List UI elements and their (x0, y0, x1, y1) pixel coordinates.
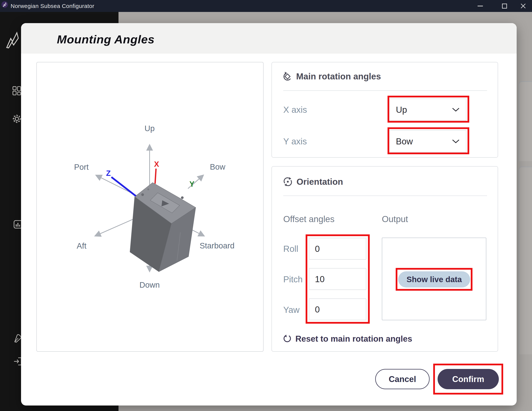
aft-arrow (95, 219, 133, 236)
sidebar-logo-icon[interactable] (6, 31, 20, 49)
reset-to-main-rotation-link[interactable]: Reset to main rotation angles (283, 335, 412, 343)
main-rotation-title: Main rotation angles (296, 71, 381, 82)
yaw-input[interactable] (309, 299, 366, 320)
sidebar-item-dashboard[interactable] (12, 86, 21, 95)
rotate-diamond-icon (283, 71, 292, 81)
device-z-axis (112, 177, 136, 196)
roll-label: Roll (283, 244, 298, 254)
cancel-button[interactable]: Cancel (375, 369, 430, 389)
label-bow: Bow (210, 162, 225, 171)
sidebar-item-settings[interactable] (12, 114, 22, 123)
close-button[interactable] (514, 0, 532, 12)
app-title: Norwegian Subsea Configurator (11, 0, 94, 12)
label-port: Port (74, 163, 89, 171)
reset-label: Reset to main rotation angles (295, 334, 412, 344)
background-panel-edge (519, 167, 532, 354)
x-axis-dropdown[interactable]: Up (389, 99, 466, 121)
dashboard-grid-icon (13, 87, 16, 90)
show-live-data-button[interactable]: Show live data (398, 271, 470, 288)
dialog-title: Mounting Angles (57, 23, 155, 54)
mru-device-model (130, 182, 196, 271)
label-starboard: Starboard (200, 241, 235, 250)
confirm-button[interactable]: Confirm (437, 369, 499, 389)
label-up: Up (144, 124, 154, 133)
logout-icon (14, 357, 22, 366)
label-down: Down (140, 280, 160, 289)
device-x-axis (155, 169, 156, 184)
chevron-down-icon (452, 139, 460, 143)
background-panel-edge (519, 82, 532, 161)
y-axis-value: Bow (396, 136, 413, 147)
titlebar: Norwegian Subsea Configurator (0, 0, 532, 12)
label-axis-z: Z (106, 169, 111, 177)
orientation-sync-icon (283, 177, 293, 187)
maximize-button[interactable] (496, 0, 513, 12)
reset-arrow-icon (283, 335, 291, 343)
sidebar-item-calibration[interactable] (14, 334, 22, 343)
app-logo-icon (1, 1, 8, 8)
x-axis-label: X axis (283, 105, 307, 115)
roll-input[interactable] (309, 238, 366, 260)
divider (283, 90, 487, 91)
sidebar-item-exit[interactable] (14, 357, 22, 366)
pitch-label: Pitch (283, 274, 303, 284)
mounting-angles-dialog: Mounting Angles (21, 23, 517, 405)
dialog-header: Mounting Angles (21, 23, 517, 54)
gear-icon (12, 114, 22, 123)
y-axis-dropdown[interactable]: Bow (389, 130, 466, 152)
yaw-label: Yaw (283, 305, 300, 315)
label-axis-x: X (154, 160, 159, 168)
output-label: Output (382, 214, 408, 224)
orientation-3d-viewport[interactable]: Up Port Bow Aft Starboard Down X Y Z (36, 62, 264, 352)
divider (283, 196, 487, 196)
y-axis-label: Y axis (283, 136, 307, 147)
x-axis-value: Up (396, 105, 407, 115)
minimize-button[interactable] (471, 0, 489, 12)
main-rotation-panel: Main rotation angles X axis Up Y axis Bo… (272, 62, 498, 158)
label-axis-y: Y (190, 180, 195, 188)
pen-icon (14, 334, 22, 343)
offset-angles-label: Offset angles (283, 214, 334, 224)
orientation-title: Orientation (296, 177, 343, 187)
mounting-diagram: Up Port Bow Aft Starboard Down X Y Z (37, 62, 263, 351)
pitch-input[interactable] (309, 268, 366, 290)
orientation-panel: Orientation Offset angles Output Roll Pi… (272, 166, 498, 352)
label-aft: Aft (77, 241, 87, 250)
chevron-down-icon (452, 108, 460, 112)
